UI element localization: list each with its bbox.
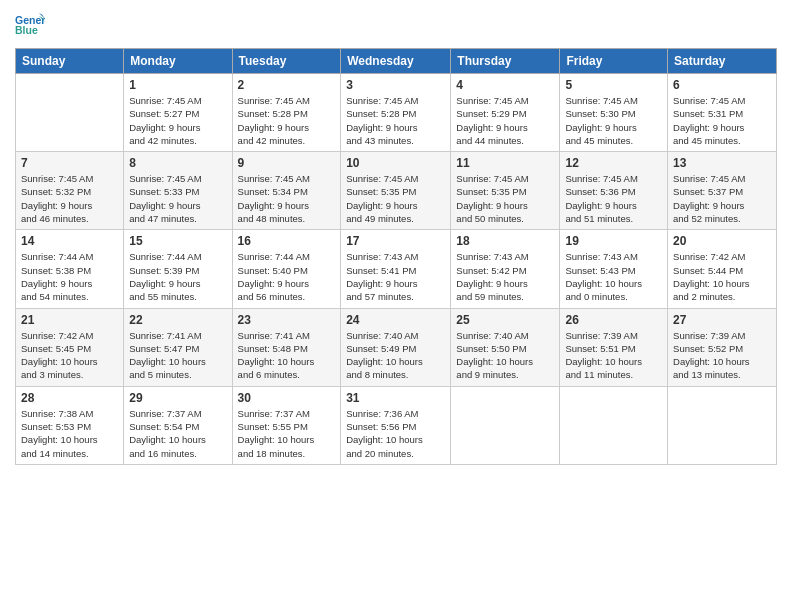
day-number: 21: [21, 313, 118, 327]
day-number: 5: [565, 78, 662, 92]
day-number: 7: [21, 156, 118, 170]
week-row-1: 1Sunrise: 7:45 AMSunset: 5:27 PMDaylight…: [16, 74, 777, 152]
col-header-thursday: Thursday: [451, 49, 560, 74]
day-number: 18: [456, 234, 554, 248]
day-number: 9: [238, 156, 336, 170]
day-info: Sunrise: 7:45 AMSunset: 5:33 PMDaylight:…: [129, 172, 226, 225]
day-cell: 19Sunrise: 7:43 AMSunset: 5:43 PMDayligh…: [560, 230, 668, 308]
day-cell: 24Sunrise: 7:40 AMSunset: 5:49 PMDayligh…: [341, 308, 451, 386]
day-info: Sunrise: 7:44 AMSunset: 5:40 PMDaylight:…: [238, 250, 336, 303]
day-cell: 13Sunrise: 7:45 AMSunset: 5:37 PMDayligh…: [668, 152, 777, 230]
day-cell: 12Sunrise: 7:45 AMSunset: 5:36 PMDayligh…: [560, 152, 668, 230]
day-cell: 28Sunrise: 7:38 AMSunset: 5:53 PMDayligh…: [16, 386, 124, 464]
day-number: 20: [673, 234, 771, 248]
day-cell: [560, 386, 668, 464]
day-cell: 23Sunrise: 7:41 AMSunset: 5:48 PMDayligh…: [232, 308, 341, 386]
day-number: 25: [456, 313, 554, 327]
day-cell: 29Sunrise: 7:37 AMSunset: 5:54 PMDayligh…: [124, 386, 232, 464]
day-cell: 15Sunrise: 7:44 AMSunset: 5:39 PMDayligh…: [124, 230, 232, 308]
day-cell: 17Sunrise: 7:43 AMSunset: 5:41 PMDayligh…: [341, 230, 451, 308]
header: General Blue: [15, 10, 777, 40]
day-cell: 22Sunrise: 7:41 AMSunset: 5:47 PMDayligh…: [124, 308, 232, 386]
day-cell: 18Sunrise: 7:43 AMSunset: 5:42 PMDayligh…: [451, 230, 560, 308]
day-number: 19: [565, 234, 662, 248]
week-row-4: 21Sunrise: 7:42 AMSunset: 5:45 PMDayligh…: [16, 308, 777, 386]
day-info: Sunrise: 7:43 AMSunset: 5:41 PMDaylight:…: [346, 250, 445, 303]
day-cell: 27Sunrise: 7:39 AMSunset: 5:52 PMDayligh…: [668, 308, 777, 386]
day-cell: 31Sunrise: 7:36 AMSunset: 5:56 PMDayligh…: [341, 386, 451, 464]
day-cell: 16Sunrise: 7:44 AMSunset: 5:40 PMDayligh…: [232, 230, 341, 308]
day-info: Sunrise: 7:37 AMSunset: 5:55 PMDaylight:…: [238, 407, 336, 460]
col-header-wednesday: Wednesday: [341, 49, 451, 74]
day-cell: 5Sunrise: 7:45 AMSunset: 5:30 PMDaylight…: [560, 74, 668, 152]
day-number: 31: [346, 391, 445, 405]
day-info: Sunrise: 7:44 AMSunset: 5:38 PMDaylight:…: [21, 250, 118, 303]
day-info: Sunrise: 7:39 AMSunset: 5:52 PMDaylight:…: [673, 329, 771, 382]
day-info: Sunrise: 7:44 AMSunset: 5:39 PMDaylight:…: [129, 250, 226, 303]
day-number: 23: [238, 313, 336, 327]
day-info: Sunrise: 7:45 AMSunset: 5:35 PMDaylight:…: [456, 172, 554, 225]
day-number: 13: [673, 156, 771, 170]
day-number: 16: [238, 234, 336, 248]
day-cell: 20Sunrise: 7:42 AMSunset: 5:44 PMDayligh…: [668, 230, 777, 308]
day-info: Sunrise: 7:37 AMSunset: 5:54 PMDaylight:…: [129, 407, 226, 460]
day-cell: 3Sunrise: 7:45 AMSunset: 5:28 PMDaylight…: [341, 74, 451, 152]
week-row-3: 14Sunrise: 7:44 AMSunset: 5:38 PMDayligh…: [16, 230, 777, 308]
col-header-sunday: Sunday: [16, 49, 124, 74]
col-header-saturday: Saturday: [668, 49, 777, 74]
col-header-friday: Friday: [560, 49, 668, 74]
logo: General Blue: [15, 10, 53, 40]
day-number: 8: [129, 156, 226, 170]
day-number: 24: [346, 313, 445, 327]
day-number: 30: [238, 391, 336, 405]
day-info: Sunrise: 7:45 AMSunset: 5:36 PMDaylight:…: [565, 172, 662, 225]
day-info: Sunrise: 7:45 AMSunset: 5:29 PMDaylight:…: [456, 94, 554, 147]
day-number: 14: [21, 234, 118, 248]
header-row: SundayMondayTuesdayWednesdayThursdayFrid…: [16, 49, 777, 74]
day-cell: 4Sunrise: 7:45 AMSunset: 5:29 PMDaylight…: [451, 74, 560, 152]
logo-icon: General Blue: [15, 10, 45, 40]
day-info: Sunrise: 7:38 AMSunset: 5:53 PMDaylight:…: [21, 407, 118, 460]
col-header-monday: Monday: [124, 49, 232, 74]
day-cell: 1Sunrise: 7:45 AMSunset: 5:27 PMDaylight…: [124, 74, 232, 152]
day-info: Sunrise: 7:45 AMSunset: 5:27 PMDaylight:…: [129, 94, 226, 147]
day-info: Sunrise: 7:45 AMSunset: 5:35 PMDaylight:…: [346, 172, 445, 225]
day-cell: [451, 386, 560, 464]
col-header-tuesday: Tuesday: [232, 49, 341, 74]
svg-text:Blue: Blue: [15, 24, 38, 36]
day-cell: 8Sunrise: 7:45 AMSunset: 5:33 PMDaylight…: [124, 152, 232, 230]
day-number: 10: [346, 156, 445, 170]
day-number: 28: [21, 391, 118, 405]
day-info: Sunrise: 7:45 AMSunset: 5:34 PMDaylight:…: [238, 172, 336, 225]
day-cell: 21Sunrise: 7:42 AMSunset: 5:45 PMDayligh…: [16, 308, 124, 386]
day-info: Sunrise: 7:45 AMSunset: 5:30 PMDaylight:…: [565, 94, 662, 147]
day-info: Sunrise: 7:45 AMSunset: 5:31 PMDaylight:…: [673, 94, 771, 147]
day-number: 4: [456, 78, 554, 92]
day-number: 12: [565, 156, 662, 170]
day-cell: 30Sunrise: 7:37 AMSunset: 5:55 PMDayligh…: [232, 386, 341, 464]
day-cell: 7Sunrise: 7:45 AMSunset: 5:32 PMDaylight…: [16, 152, 124, 230]
day-number: 1: [129, 78, 226, 92]
week-row-2: 7Sunrise: 7:45 AMSunset: 5:32 PMDaylight…: [16, 152, 777, 230]
day-cell: 26Sunrise: 7:39 AMSunset: 5:51 PMDayligh…: [560, 308, 668, 386]
day-number: 15: [129, 234, 226, 248]
day-number: 27: [673, 313, 771, 327]
day-info: Sunrise: 7:41 AMSunset: 5:48 PMDaylight:…: [238, 329, 336, 382]
day-number: 26: [565, 313, 662, 327]
day-info: Sunrise: 7:40 AMSunset: 5:50 PMDaylight:…: [456, 329, 554, 382]
day-cell: [668, 386, 777, 464]
day-info: Sunrise: 7:43 AMSunset: 5:43 PMDaylight:…: [565, 250, 662, 303]
day-cell: 9Sunrise: 7:45 AMSunset: 5:34 PMDaylight…: [232, 152, 341, 230]
day-number: 6: [673, 78, 771, 92]
day-info: Sunrise: 7:41 AMSunset: 5:47 PMDaylight:…: [129, 329, 226, 382]
day-cell: 11Sunrise: 7:45 AMSunset: 5:35 PMDayligh…: [451, 152, 560, 230]
calendar: SundayMondayTuesdayWednesdayThursdayFrid…: [15, 48, 777, 465]
day-number: 17: [346, 234, 445, 248]
day-number: 11: [456, 156, 554, 170]
day-number: 29: [129, 391, 226, 405]
day-number: 2: [238, 78, 336, 92]
day-info: Sunrise: 7:42 AMSunset: 5:45 PMDaylight:…: [21, 329, 118, 382]
week-row-5: 28Sunrise: 7:38 AMSunset: 5:53 PMDayligh…: [16, 386, 777, 464]
day-info: Sunrise: 7:45 AMSunset: 5:32 PMDaylight:…: [21, 172, 118, 225]
day-cell: 6Sunrise: 7:45 AMSunset: 5:31 PMDaylight…: [668, 74, 777, 152]
